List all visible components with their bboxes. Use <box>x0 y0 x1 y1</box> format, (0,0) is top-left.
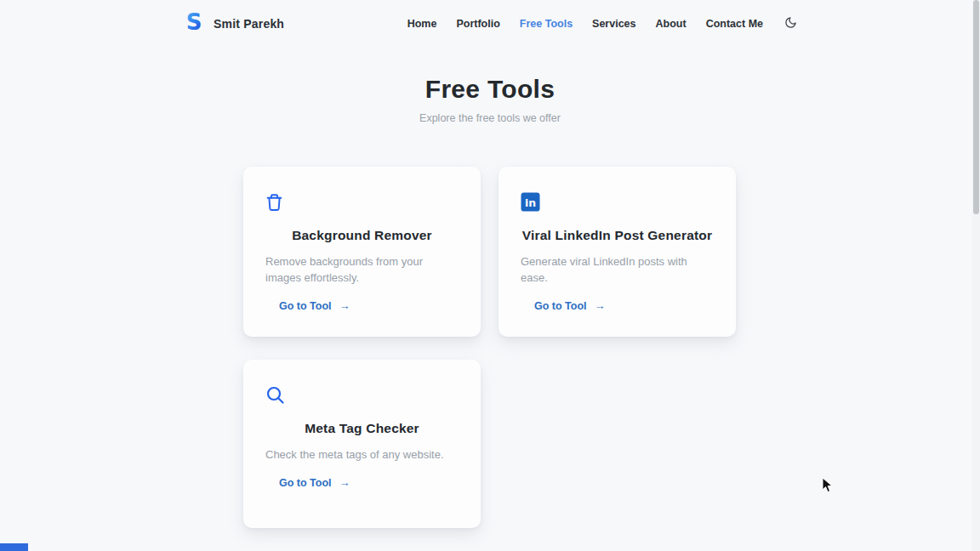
brand-name: Smit Parekh <box>214 17 284 31</box>
tool-title: Background Remover <box>265 228 459 243</box>
go-to-tool-label: Go to Tool <box>279 477 332 489</box>
go-to-tool-label: Go to Tool <box>279 300 332 312</box>
page-subtitle: Explore the free tools we offer <box>0 112 980 124</box>
main-content: Free Tools Explore the free tools we off… <box>0 75 980 528</box>
svg-text:S: S <box>186 11 202 34</box>
arrow-right-icon: → <box>595 299 606 312</box>
go-to-tool-label: Go to Tool <box>534 300 587 312</box>
go-to-tool-link[interactable]: Go to Tool → <box>534 299 606 312</box>
main-nav: Home Portfolio Free Tools Services About… <box>407 16 797 32</box>
arrow-right-icon: → <box>339 299 350 312</box>
tool-title: Meta Tag Checker <box>265 421 459 436</box>
bottom-progress-strip <box>0 543 28 551</box>
svg-text:in: in <box>525 196 536 209</box>
nav-item-services[interactable]: Services <box>592 18 635 30</box>
site-header: S Smit Parekh Home Portfolio Free Tools … <box>0 0 980 48</box>
tool-title: Viral LinkedIn Post Generator <box>521 228 714 243</box>
go-to-tool-link[interactable]: Go to Tool → <box>279 299 350 312</box>
linkedin-icon: in <box>521 200 540 214</box>
scrollbar-thumb[interactable] <box>973 0 979 214</box>
nav-item-contact-me[interactable]: Contact Me <box>706 18 763 30</box>
nav-item-home[interactable]: Home <box>407 18 437 30</box>
tool-card: in Meta Tag Checker Check the meta tags … <box>243 360 481 528</box>
nav-item-portfolio[interactable]: Portfolio <box>456 18 499 30</box>
nav-item-about[interactable]: About <box>656 18 687 30</box>
tools-grid: in Background Remover Remove backgrounds… <box>243 167 737 528</box>
search-icon <box>265 394 286 408</box>
trash-icon <box>265 201 283 215</box>
arrow-right-icon: → <box>339 476 350 489</box>
theme-toggle-button[interactable] <box>784 16 797 32</box>
tool-card: in Viral LinkedIn Post Generator Generat… <box>499 167 736 337</box>
tool-description: Generate viral LinkedIn posts with ease. <box>521 254 712 286</box>
tool-description: Remove backgrounds from your images effo… <box>265 254 457 286</box>
brand-logo-group[interactable]: S Smit Parekh <box>183 11 284 37</box>
page-title: Free Tools <box>0 75 980 104</box>
tool-description: Check the meta tags of any website. <box>265 447 457 463</box>
tool-card: in Background Remover Remove backgrounds… <box>243 167 481 337</box>
nav-item-free-tools[interactable]: Free Tools <box>520 18 573 30</box>
brand-logo-icon: S <box>183 11 205 37</box>
go-to-tool-link[interactable]: Go to Tool → <box>279 476 350 489</box>
moon-icon <box>784 16 797 32</box>
